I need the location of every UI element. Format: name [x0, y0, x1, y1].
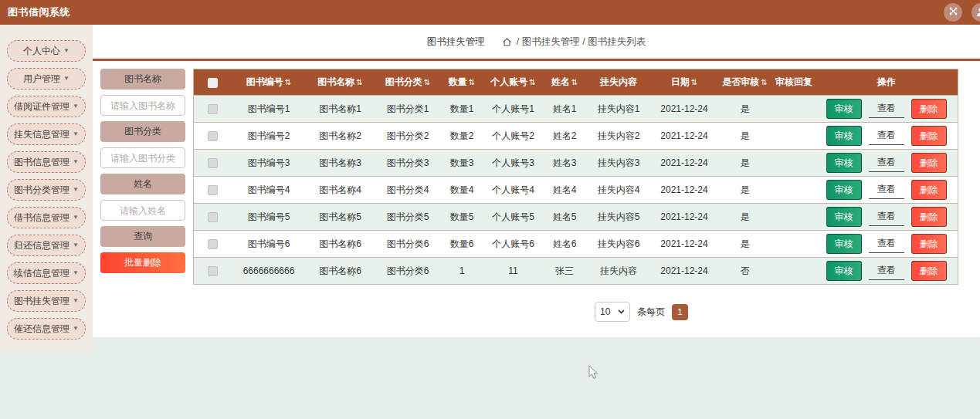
cell-book-category: 图书分类4 [375, 177, 441, 204]
sidebar-item[interactable]: 用户管理 ▼ [7, 68, 86, 90]
select-all-checkbox[interactable] [208, 78, 218, 88]
cell-book-name: 图书名称3 [306, 150, 375, 177]
review-button[interactable]: 审核 [826, 180, 862, 200]
chevron-down-icon [618, 309, 625, 314]
fullscreen-button[interactable] [944, 3, 962, 22]
table-row: 图书编号2 图书名称2 图书分类2 数量2 个人账号2 姓名2 挂失内容2 20… [194, 123, 958, 150]
row-checkbox[interactable] [208, 239, 218, 249]
sort-icon[interactable]: ⇅ [691, 78, 697, 86]
column-header-label: 审核回复 [775, 76, 812, 87]
delete-button[interactable]: 删除 [911, 261, 947, 281]
cell-book-category: 图书分类1 [375, 96, 441, 123]
column-header[interactable]: 图书编号⇅ [232, 69, 306, 96]
view-button[interactable]: 查看 [869, 235, 904, 253]
row-checkbox[interactable] [208, 266, 218, 276]
column-header[interactable]: 挂失内容⇅ [586, 69, 652, 96]
home-icon[interactable] [502, 37, 512, 47]
cell-book-name: 图书名称1 [306, 96, 375, 123]
sidebar-item[interactable]: 图书挂失管理 ▼ [7, 290, 86, 312]
view-button[interactable]: 查看 [869, 262, 904, 280]
fullscreen-expand-icon [948, 6, 958, 19]
column-header-label: 是否审核 [722, 76, 759, 87]
cell-loss-content: 挂失内容3 [586, 150, 652, 177]
view-button[interactable]: 查看 [869, 154, 904, 172]
sidebar-item[interactable]: 挂失信息管理 ▼ [7, 123, 86, 145]
sidebar-item[interactable]: 图书信息管理 ▼ [7, 151, 86, 173]
chevron-down-icon: ▼ [73, 242, 79, 248]
delete-button[interactable]: 删除 [911, 153, 947, 173]
sort-icon[interactable]: ⇅ [356, 78, 362, 86]
sidebar-item[interactable]: 催还信息管理 ▼ [7, 318, 86, 340]
batch-delete-button[interactable]: 批量删除 [100, 252, 185, 273]
sort-icon[interactable]: ⇅ [285, 78, 291, 86]
review-button[interactable]: 审核 [826, 99, 862, 119]
row-checkbox[interactable] [208, 131, 218, 141]
per-page-label: 条每页 [637, 306, 665, 319]
cell-account: 个人账号2 [483, 123, 544, 150]
sort-icon[interactable]: ⇅ [529, 78, 535, 86]
review-button[interactable]: 审核 [826, 153, 862, 173]
row-checkbox[interactable] [208, 185, 218, 195]
row-checkbox[interactable] [208, 212, 218, 222]
cell-review-reply [773, 150, 816, 177]
view-button[interactable]: 查看 [869, 208, 904, 226]
content: 图书名称 图书分类 姓名 查询 批量删除 [93, 61, 980, 322]
table-row: 6666666666 图书名称6 图书分类6 1 11 张三 挂失内容 2021… [194, 258, 958, 285]
cell-date: 2021-12-24 [652, 123, 717, 150]
column-header[interactable]: 数量⇅ [441, 69, 483, 96]
sidebar-item[interactable]: 归还信息管理 ▼ [7, 235, 86, 256]
filter-label-book-name: 图书名称 [100, 69, 185, 90]
column-header[interactable]: 图书名称⇅ [306, 69, 375, 96]
view-button[interactable]: 查看 [869, 100, 904, 118]
user-button[interactable] [972, 3, 980, 22]
delete-button[interactable]: 删除 [911, 234, 947, 254]
cell-reviewed: 是 [717, 123, 773, 150]
delete-button[interactable]: 删除 [911, 180, 947, 200]
cell-quantity: 数量5 [441, 204, 483, 231]
cell-name: 张三 [544, 258, 586, 285]
cell-book-category: 图书分类5 [375, 204, 441, 231]
sort-icon[interactable]: ⇅ [424, 78, 430, 86]
cell-reviewed: 是 [717, 150, 773, 177]
review-button[interactable]: 审核 [826, 126, 862, 146]
cell-date: 2021-12-24 [652, 177, 717, 204]
delete-button[interactable]: 删除 [911, 99, 947, 119]
sidebar-item[interactable]: 个人中心 ▼ [7, 40, 86, 62]
search-button[interactable]: 查询 [100, 226, 185, 247]
column-header[interactable]: 审核回复⇅ [773, 69, 816, 96]
table-row: 图书编号5 图书名称5 图书分类5 数量5 个人账号5 姓名5 挂失内容5 20… [194, 204, 958, 231]
review-button[interactable]: 审核 [826, 234, 862, 254]
column-header[interactable]: 个人账号⇅ [483, 69, 544, 96]
view-button[interactable]: 查看 [869, 181, 904, 199]
row-actions: 审核 查看 删除 [816, 126, 958, 146]
column-header[interactable]: 图书分类⇅ [375, 69, 441, 96]
name-input[interactable] [100, 200, 185, 221]
sort-icon[interactable]: ⇅ [469, 78, 475, 86]
chevron-down-icon: ▼ [73, 187, 79, 193]
row-checkbox[interactable] [208, 158, 218, 168]
delete-button[interactable]: 删除 [911, 126, 947, 146]
sort-icon[interactable]: ⇅ [761, 78, 767, 86]
review-button[interactable]: 审核 [826, 261, 862, 281]
column-header[interactable]: 是否审核⇅ [717, 69, 773, 96]
column-header[interactable]: 操作⇅ [816, 69, 958, 96]
review-button[interactable]: 审核 [826, 207, 862, 227]
row-checkbox[interactable] [208, 104, 218, 114]
select-all-header-cell [194, 69, 232, 96]
column-header[interactable]: 日期⇅ [652, 69, 717, 96]
view-button[interactable]: 查看 [869, 127, 904, 145]
sort-icon[interactable]: ⇅ [571, 78, 578, 86]
page-size-select[interactable]: 10 [595, 302, 630, 322]
delete-button[interactable]: 删除 [911, 207, 947, 227]
page-1-button[interactable]: 1 [672, 304, 688, 320]
sidebar-item[interactable]: 借书信息管理 ▼ [7, 207, 86, 228]
user-icon [975, 6, 980, 19]
sidebar-item[interactable]: 续借信息管理 ▼ [7, 262, 86, 284]
column-header[interactable]: 姓名⇅ [544, 69, 586, 96]
book-name-input[interactable] [100, 95, 185, 116]
chevron-down-icon: ▼ [73, 270, 79, 276]
book-category-input[interactable] [100, 147, 185, 168]
sidebar-item-label: 用户管理 [23, 73, 60, 86]
sidebar-item[interactable]: 借阅证件管理 ▼ [7, 96, 86, 117]
sidebar-item[interactable]: 图书分类管理 ▼ [7, 179, 86, 201]
